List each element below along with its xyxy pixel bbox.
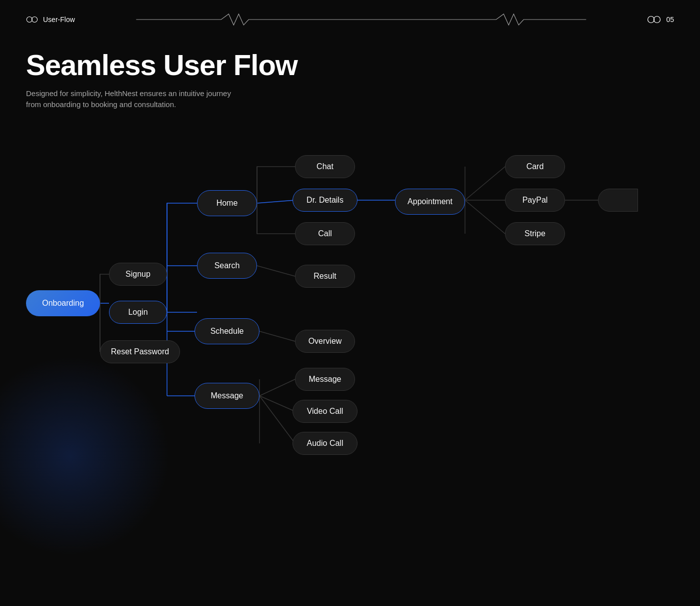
node-call: Call <box>295 222 355 245</box>
node-signup: Signup <box>109 263 167 286</box>
svg-point-2 <box>648 17 654 23</box>
flow-diagram: Onboarding Signup Login Reset Password H… <box>0 140 700 590</box>
page-description: Designed for simplicity, HelthNest ensur… <box>26 88 246 111</box>
heartbeat-line <box>90 12 632 27</box>
svg-point-0 <box>26 17 32 22</box>
brand-section: User-Flow <box>26 16 75 24</box>
node-home: Home <box>197 190 257 216</box>
node-chat: Chat <box>295 155 355 178</box>
page-number: 05 <box>666 16 674 24</box>
node-paypal: PayPal <box>505 189 565 212</box>
node-stripe: Stripe <box>505 222 565 245</box>
node-onboarding: Onboarding <box>26 290 100 316</box>
svg-point-3 <box>654 17 660 23</box>
logo-icon <box>26 16 38 23</box>
page-title: Seamless User Flow <box>26 49 674 81</box>
topbar-logo-icon <box>647 16 661 24</box>
brand-label: User-Flow <box>43 16 75 24</box>
node-result: Result <box>295 265 355 288</box>
node-video-call: Video Call <box>292 400 358 423</box>
topbar: User-Flow 05 <box>0 0 700 39</box>
node-reset-password: Reset Password <box>100 340 180 363</box>
node-dr-details: Dr. Details <box>292 189 358 212</box>
svg-point-1 <box>32 17 38 22</box>
node-message-main: Message <box>194 383 260 409</box>
header-section: Seamless User Flow Designed for simplici… <box>0 39 700 111</box>
node-appointment: Appointment <box>395 189 465 215</box>
node-audio-call: Audio Call <box>292 432 358 455</box>
page-number-section: 05 <box>647 16 674 24</box>
node-card: Card <box>505 155 565 178</box>
node-message-sub: Message <box>295 368 355 391</box>
node-search: Search <box>197 253 257 279</box>
node-partial <box>598 189 638 212</box>
node-schedule: Schedule <box>194 318 260 344</box>
node-overview: Overview <box>295 330 355 353</box>
node-login: Login <box>109 301 167 324</box>
